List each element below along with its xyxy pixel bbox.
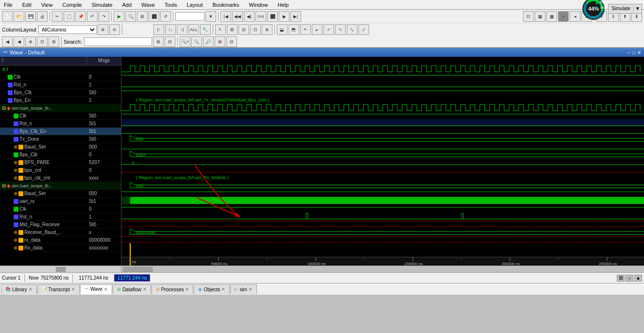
signal-row-rstn[interactable]: Rst_n 1 (0, 81, 121, 89)
expand-icon-m2[interactable]: ⊟ (2, 183, 6, 188)
tb-search-go[interactable]: ⊞ (153, 36, 164, 47)
wave-hscroll[interactable] (121, 266, 644, 272)
hscroll-thumb-right[interactable] (123, 267, 153, 272)
tb-print[interactable]: 🖨 (37, 11, 48, 22)
tb-cont[interactable]: ▶ (279, 11, 289, 22)
tb-zoom-fit[interactable]: ⊡ (250, 24, 261, 35)
tb-stop-red[interactable]: ⬛ (267, 11, 278, 22)
signal-row-m1-rstn[interactable]: Rst_n St1 (0, 120, 121, 128)
tb-wv5[interactable]: ⤢ (323, 24, 334, 35)
tb-step1[interactable]: |◀ (220, 11, 231, 22)
signal-row-txdone[interactable]: Tx_Done St0 (0, 135, 121, 143)
menu-layout[interactable]: Layout (185, 1, 205, 8)
tb-copy[interactable]: 📋 (64, 11, 74, 22)
tb-wv6[interactable]: ⤡ (335, 24, 346, 35)
menu-view[interactable]: View (39, 1, 55, 8)
menu-edit[interactable]: Edit (20, 1, 34, 8)
menu-bookmarks[interactable]: Bookmarks (211, 1, 241, 8)
menu-add[interactable]: Add (120, 1, 134, 8)
tb-cut[interactable]: ✂ (52, 11, 63, 22)
tb-wv8[interactable]: ⤤ (358, 24, 369, 35)
tb-cursor[interactable]: ↖ (215, 24, 226, 35)
signal-row-m2-rstn[interactable]: Rst_n 1 (0, 213, 121, 221)
tb-time-dropdown[interactable]: ▼ (205, 11, 216, 22)
wave-minimize[interactable]: ─ (627, 50, 630, 55)
simulate-label[interactable]: Simulate (609, 6, 633, 11)
menu-simulate[interactable]: Simulate (90, 1, 115, 8)
tab-objects-close[interactable]: ✕ (221, 287, 225, 292)
tb-prev-sig[interactable]: ◀ (2, 36, 13, 47)
tb-w2[interactable]: ↑↓ (165, 24, 176, 35)
wave-maximize[interactable]: □ (632, 50, 635, 55)
tb-back[interactable]: ◀◀ (232, 11, 243, 22)
bus-expand-Rxdata[interactable]: ⊕ (14, 245, 17, 250)
tb-search-clear[interactable]: ⊟ (165, 36, 175, 47)
status-icon-2[interactable]: ○ (626, 275, 633, 282)
tb-redo[interactable]: ↷ (99, 11, 109, 22)
tb-open[interactable]: 📂 (14, 11, 24, 22)
tb-break[interactable]: ⬛ (149, 11, 159, 22)
tb-undo[interactable]: ↶ (87, 11, 98, 22)
tb-r3[interactable]: ▩ (546, 11, 557, 22)
tab-wave-close[interactable]: ✕ (104, 287, 108, 292)
tab-processes[interactable]: ⚙ Processes ✕ (152, 284, 194, 294)
signal-row-bpspare[interactable]: ⊕ BPS_PARE 5207 (0, 159, 121, 166)
signal-row-bpscnt[interactable]: ⊕ bps_cnt 0 (0, 166, 121, 174)
column-layout-select[interactable]: AllColumns (38, 25, 97, 34)
tb-ns[interactable]: |ns| (255, 11, 266, 22)
signal-row-bpsen[interactable]: Bps_En 1 (0, 97, 121, 104)
signal-row-baudset[interactable]: ⊕ Baud_Set 000 (0, 143, 121, 151)
signal-row-rxdata[interactable]: ⊕ rx_data 00000000 (0, 236, 121, 244)
tb-sig3[interactable]: ⊕ (25, 36, 36, 47)
signal-row-uartrx[interactable]: uart_rx St1 (0, 198, 121, 205)
tb-step-f[interactable]: ▶| (290, 11, 301, 22)
bus-expand-bpspare[interactable]: ⊕ (14, 160, 17, 165)
search-input[interactable] (84, 37, 152, 46)
tb-zoom-out[interactable]: ⊟ (238, 24, 249, 35)
tab-sim-close[interactable]: ✕ (249, 287, 253, 292)
tb-wv1[interactable]: ⬓ (277, 24, 288, 35)
bus-expand-bpscnt[interactable]: ⊕ (14, 167, 17, 173)
tb-zoom-in[interactable]: ⊞ (227, 24, 237, 35)
tb-r5[interactable]: ◂ (570, 11, 580, 22)
signal-row-m1-bpsclken[interactable]: Bps_Clk_En St1 (0, 128, 121, 135)
signal-row-bpsclk[interactable]: Bps_Clk St0 (0, 89, 121, 97)
bus-expand-receivebaud[interactable]: ⊕ (14, 230, 17, 235)
signal-hscroll[interactable] (0, 266, 121, 272)
tab-sim[interactable]: ▷ sim ✕ (230, 284, 257, 294)
signal-row-m2-baudset[interactable]: ⊕ Baud_Set 000 (0, 190, 121, 198)
tb-w4[interactable]: ALL (188, 24, 199, 35)
menu-tools[interactable]: Tools (163, 1, 179, 8)
tab-dataflow-close[interactable]: ✕ (143, 287, 147, 292)
bus-expand-baudset[interactable]: ⊕ (14, 144, 17, 150)
menu-file[interactable]: File (2, 1, 15, 8)
tb-w5[interactable]: 🔧 (200, 24, 211, 35)
signal-row-m1-clk[interactable]: Clk St0 (0, 112, 121, 120)
tb-next-sig[interactable]: ◀ (14, 36, 24, 47)
signal-row-root[interactable]: ⊕ / (0, 66, 121, 73)
tb-zoom-4[interactable]: ⊞ (215, 36, 225, 47)
tb-r1[interactable]: ⊡ (523, 11, 534, 22)
tb-new[interactable]: 📄 (2, 11, 13, 22)
tab-library-close[interactable]: ✕ (29, 287, 33, 292)
signal-row-bpsclkcnt[interactable]: ⊕ bps_clk_cnt xxxx (0, 174, 121, 182)
tb-r2[interactable]: ▦ (535, 11, 545, 22)
tb-sig4[interactable]: ⊡ (37, 36, 48, 47)
tb-sig5[interactable]: ⊞ (49, 36, 59, 47)
tb-wv4[interactable]: ⬐ (312, 24, 322, 35)
menu-window[interactable]: Window (247, 1, 270, 8)
tb-zoom-2[interactable]: 🔍 (191, 36, 202, 47)
wave-close[interactable]: ✕ (637, 50, 641, 55)
signal-row-clk[interactable]: Clk 0 (0, 73, 121, 81)
tab-library[interactable]: 📚 Library ✕ (1, 284, 37, 294)
status-icon-1[interactable]: ⊞ (617, 275, 625, 282)
bus-expand-bpsclkcnt[interactable]: ⊕ (14, 175, 17, 181)
tb-zoom-5[interactable]: ⊟ (226, 36, 237, 47)
tb-w3[interactable]: ↑| (177, 24, 187, 35)
bus-expand-rxdata[interactable]: ⊕ (14, 237, 17, 243)
tb-bookmark[interactable]: ⊞ (137, 11, 148, 22)
signal-row-m1-bpsclk[interactable]: Bps_Clk 0 (0, 151, 121, 159)
tab-dataflow[interactable]: ⊞ Dataflow ✕ (113, 284, 151, 294)
menu-help[interactable]: Help (276, 1, 291, 8)
tb-wv7[interactable]: ⤣ (347, 24, 357, 35)
